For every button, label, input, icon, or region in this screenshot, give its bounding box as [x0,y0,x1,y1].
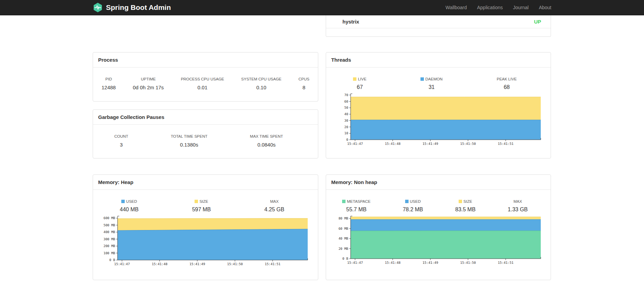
svg-text:300 MB: 300 MB [104,237,116,241]
svg-text:15:41:47: 15:41:47 [347,142,363,146]
svg-text:15:41:49: 15:41:49 [423,142,438,146]
metric-cpus: CPUS 8 [298,77,309,90]
svg-text:15:41:50: 15:41:50 [460,261,476,264]
nonheap-used-swatch-icon [405,200,409,203]
nav-wallboard[interactable]: Wallboard [445,5,467,10]
svg-text:15:41:49: 15:41:49 [189,262,205,266]
daemon-swatch-icon [420,77,424,81]
navbar: Spring Boot Admin Wallboard Applications… [0,0,644,15]
legend-nonheap-max: MAX 1.33 GB [508,199,528,213]
svg-text:500 MB: 500 MB [104,223,116,227]
process-panel: Process PID 12488 UPTIME 0d 0h 2m 17s PR… [93,52,318,102]
svg-text:40: 40 [344,112,349,116]
heap-legend: USED 440 MB SIZE 597 MB MAX 4.25 GB [93,199,318,213]
svg-text:15:41:51: 15:41:51 [265,262,280,266]
legend-metaspace: METASPACE 55.7 MB [342,199,370,213]
svg-text:0 B: 0 B [109,258,115,262]
svg-text:400 MB: 400 MB [104,230,116,234]
nav-journal[interactable]: Journal [513,5,528,10]
nav-applications[interactable]: Applications [477,5,503,10]
metric-pid: PID 12488 [102,77,116,90]
svg-text:15:41:48: 15:41:48 [385,261,401,264]
health-item-name: hystrix [342,19,359,25]
legend-heap-max: MAX 4.25 GB [264,199,285,213]
legend-heap-size: SIZE 597 MB [192,199,211,213]
svg-text:10: 10 [344,131,349,135]
nav-links: Wallboard Applications Journal About [445,5,551,10]
legend-live: LIVE 67 [353,77,366,90]
spring-boot-admin-logo-icon [93,2,103,13]
metric-system-cpu: SYSTEM CPU USAGE 0.10 [241,77,281,90]
threads-legend: LIVE 67 DAEMON 31 PEAK LIVE 68 [326,77,551,90]
health-panel-partial: hystrix UP [326,15,551,37]
svg-text:70: 70 [344,93,349,97]
metric-gc-count: COUNT 3 [114,134,128,148]
svg-text:15:41:48: 15:41:48 [152,262,168,266]
nonheap-legend: METASPACE 55.7 MB USED 78.2 MB SIZE 83.5… [326,199,551,213]
heap-size-swatch-icon [195,200,198,203]
process-panel-title: Process [93,52,318,67]
process-metrics: PID 12488 UPTIME 0d 0h 2m 17s PROCESS CP… [93,77,318,90]
svg-text:200 MB: 200 MB [104,244,116,248]
svg-text:15:41:50: 15:41:50 [227,262,243,266]
live-swatch-icon [353,77,356,81]
gc-metrics: COUNT 3 TOTAL TIME SPENT 0.1380s MAX TIM… [93,134,318,148]
status-badge: UP [534,19,541,25]
svg-text:50: 50 [344,106,349,109]
heap-used-swatch-icon [121,200,125,203]
svg-text:15:41:51: 15:41:51 [498,261,513,264]
metric-process-cpu: PROCESS CPU USAGE 0.01 [181,77,224,90]
svg-text:80 MB: 80 MB [338,216,348,220]
svg-text:15:41:49: 15:41:49 [423,261,438,264]
svg-text:15:41:48: 15:41:48 [385,142,401,146]
threads-panel: Threads LIVE 67 DAEMON 31 PEAK LIVE 68 [326,52,551,158]
svg-text:600 MB: 600 MB [104,216,116,220]
svg-text:20 MB: 20 MB [338,247,348,250]
svg-text:15:41:50: 15:41:50 [460,142,476,146]
svg-text:30: 30 [344,119,349,122]
metaspace-swatch-icon [342,200,346,203]
svg-text:15:41:47: 15:41:47 [114,262,130,266]
svg-text:100 MB: 100 MB [104,251,116,255]
legend-heap-used: USED 440 MB [120,199,139,213]
nonheap-panel-title: Memory: Non heap [326,175,551,190]
metric-gc-max-time: MAX TIME SPENT 0.0840s [250,134,283,148]
legend-peak-live: PEAK LIVE 68 [497,77,517,90]
health-row-hystrix[interactable]: hystrix UP [326,15,551,28]
gc-panel-title: Garbage Collection Pauses [93,110,318,125]
svg-text:60 MB: 60 MB [338,227,348,230]
svg-text:15:41:51: 15:41:51 [498,142,513,146]
legend-nonheap-used: USED 78.2 MB [403,199,423,213]
threads-chart: 01020304050607015:41:4715:41:4815:41:491… [330,90,551,148]
svg-text:60: 60 [344,100,349,103]
legend-daemon: DAEMON 31 [420,77,442,90]
main-content: hystrix UP Process PID 12488 UPTIME 0d 0… [93,15,551,304]
brand-link[interactable]: Spring Boot Admin [93,2,171,13]
nonheap-size-swatch-icon [459,200,462,203]
svg-text:0 B: 0 B [342,257,348,260]
threads-panel-title: Threads [326,52,551,67]
navbar-inner: Spring Boot Admin Wallboard Applications… [88,0,556,15]
svg-text:0: 0 [346,138,348,141]
metric-gc-total-time: TOTAL TIME SPENT 0.1380s [171,134,208,148]
svg-text:15:41:47: 15:41:47 [347,261,363,264]
brand-title: Spring Boot Admin [106,3,171,12]
memory-heap-panel: Memory: Heap USED 440 MB SIZE 597 MB MAX… [93,174,318,280]
gc-panel: Garbage Collection Pauses COUNT 3 TOTAL … [93,109,318,158]
legend-nonheap-size: SIZE 83.5 MB [455,199,476,213]
memory-nonheap-panel: Memory: Non heap METASPACE 55.7 MB USED … [326,174,551,280]
heap-panel-title: Memory: Heap [93,175,318,190]
nav-about[interactable]: About [539,5,551,10]
nonheap-chart: 0 B20 MB40 MB60 MB80 MB15:41:4715:41:481… [330,213,551,267]
svg-text:20: 20 [344,125,349,129]
svg-text:40 MB: 40 MB [338,237,348,240]
heap-chart: 0 B100 MB200 MB300 MB400 MB500 MB600 MB1… [97,213,318,268]
metric-uptime: UPTIME 0d 0h 2m 17s [133,77,164,90]
